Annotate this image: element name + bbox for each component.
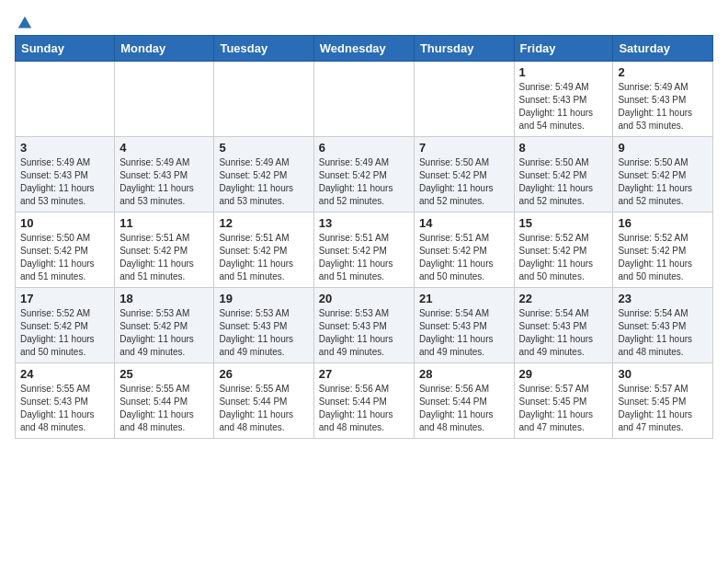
day-info: Sunrise: 5:50 AM Sunset: 5:42 PM Dayligh… xyxy=(20,232,109,283)
calendar-week-row: 24Sunrise: 5:55 AM Sunset: 5:43 PM Dayli… xyxy=(16,363,713,439)
day-info: Sunrise: 5:54 AM Sunset: 5:43 PM Dayligh… xyxy=(618,307,708,359)
day-number: 12 xyxy=(219,216,308,230)
day-number: 26 xyxy=(219,367,308,381)
calendar-cell: 16Sunrise: 5:52 AM Sunset: 5:42 PM Dayli… xyxy=(613,213,713,288)
weekday-header: Wednesday xyxy=(313,36,414,62)
day-info: Sunrise: 5:54 AM Sunset: 5:43 PM Dayligh… xyxy=(519,307,609,359)
calendar-cell: 25Sunrise: 5:55 AM Sunset: 5:44 PM Dayli… xyxy=(115,363,214,439)
calendar-week-row: 10Sunrise: 5:50 AM Sunset: 5:42 PM Dayli… xyxy=(16,213,713,288)
calendar-cell: 11Sunrise: 5:51 AM Sunset: 5:42 PM Dayli… xyxy=(115,213,214,288)
day-number: 2 xyxy=(618,65,708,79)
day-info: Sunrise: 5:53 AM Sunset: 5:42 PM Dayligh… xyxy=(119,307,209,359)
day-info: Sunrise: 5:53 AM Sunset: 5:43 PM Dayligh… xyxy=(319,307,409,359)
calendar-cell: 5Sunrise: 5:49 AM Sunset: 5:42 PM Daylig… xyxy=(214,137,313,213)
weekday-header: Sunday xyxy=(16,36,115,62)
calendar-cell: 21Sunrise: 5:54 AM Sunset: 5:43 PM Dayli… xyxy=(414,288,514,363)
day-info: Sunrise: 5:57 AM Sunset: 5:45 PM Dayligh… xyxy=(618,383,708,434)
calendar-header-row: SundayMondayTuesdayWednesdayThursdayFrid… xyxy=(16,36,713,62)
day-number: 30 xyxy=(618,367,708,381)
weekday-header: Monday xyxy=(115,36,214,62)
day-info: Sunrise: 5:49 AM Sunset: 5:43 PM Dayligh… xyxy=(618,81,708,132)
day-number: 16 xyxy=(618,216,708,230)
calendar-cell: 29Sunrise: 5:57 AM Sunset: 5:45 PM Dayli… xyxy=(514,363,613,439)
calendar-cell: 28Sunrise: 5:56 AM Sunset: 5:44 PM Dayli… xyxy=(414,363,514,439)
day-number: 28 xyxy=(419,367,509,381)
calendar-week-row: 17Sunrise: 5:52 AM Sunset: 5:42 PM Dayli… xyxy=(16,288,713,363)
day-number: 24 xyxy=(20,367,109,381)
day-number: 19 xyxy=(219,292,308,305)
day-number: 11 xyxy=(119,216,209,230)
day-number: 25 xyxy=(119,367,209,381)
calendar-cell: 26Sunrise: 5:55 AM Sunset: 5:44 PM Dayli… xyxy=(214,363,313,439)
day-number: 5 xyxy=(219,141,308,155)
calendar-cell: 12Sunrise: 5:51 AM Sunset: 5:42 PM Dayli… xyxy=(214,213,313,288)
day-info: Sunrise: 5:57 AM Sunset: 5:45 PM Dayligh… xyxy=(519,383,609,434)
day-info: Sunrise: 5:50 AM Sunset: 5:42 PM Dayligh… xyxy=(419,156,509,208)
logo-icon xyxy=(17,15,33,31)
day-number: 14 xyxy=(419,216,509,230)
day-info: Sunrise: 5:51 AM Sunset: 5:42 PM Dayligh… xyxy=(319,232,409,283)
calendar-cell: 20Sunrise: 5:53 AM Sunset: 5:43 PM Dayli… xyxy=(313,288,414,363)
calendar-cell: 22Sunrise: 5:54 AM Sunset: 5:43 PM Dayli… xyxy=(514,288,613,363)
calendar-cell xyxy=(414,62,514,137)
day-info: Sunrise: 5:54 AM Sunset: 5:43 PM Dayligh… xyxy=(419,307,509,359)
day-info: Sunrise: 5:52 AM Sunset: 5:42 PM Dayligh… xyxy=(519,232,609,283)
calendar-cell: 6Sunrise: 5:49 AM Sunset: 5:42 PM Daylig… xyxy=(313,137,414,213)
weekday-header: Friday xyxy=(514,36,613,62)
day-number: 8 xyxy=(519,141,609,155)
calendar-cell: 19Sunrise: 5:53 AM Sunset: 5:43 PM Dayli… xyxy=(214,288,313,363)
calendar-cell: 10Sunrise: 5:50 AM Sunset: 5:42 PM Dayli… xyxy=(16,213,115,288)
day-number: 13 xyxy=(319,216,409,230)
day-number: 1 xyxy=(519,65,609,79)
calendar-cell: 2Sunrise: 5:49 AM Sunset: 5:43 PM Daylig… xyxy=(613,62,713,137)
calendar-cell: 1Sunrise: 5:49 AM Sunset: 5:43 PM Daylig… xyxy=(514,62,613,137)
calendar-cell: 8Sunrise: 5:50 AM Sunset: 5:42 PM Daylig… xyxy=(514,137,613,213)
calendar-cell: 3Sunrise: 5:49 AM Sunset: 5:43 PM Daylig… xyxy=(16,137,115,213)
calendar-cell: 30Sunrise: 5:57 AM Sunset: 5:45 PM Dayli… xyxy=(613,363,713,439)
day-number: 9 xyxy=(618,141,708,155)
day-info: Sunrise: 5:51 AM Sunset: 5:42 PM Dayligh… xyxy=(419,232,509,283)
day-info: Sunrise: 5:50 AM Sunset: 5:42 PM Dayligh… xyxy=(618,156,708,208)
day-number: 15 xyxy=(519,216,609,230)
day-info: Sunrise: 5:49 AM Sunset: 5:43 PM Dayligh… xyxy=(119,156,209,208)
calendar-cell xyxy=(115,62,214,137)
day-info: Sunrise: 5:49 AM Sunset: 5:42 PM Dayligh… xyxy=(319,156,409,208)
weekday-header: Tuesday xyxy=(214,36,313,62)
day-info: Sunrise: 5:55 AM Sunset: 5:43 PM Dayligh… xyxy=(20,383,109,434)
day-info: Sunrise: 5:52 AM Sunset: 5:42 PM Dayligh… xyxy=(20,307,109,359)
weekday-header: Saturday xyxy=(613,36,713,62)
day-number: 22 xyxy=(519,292,609,305)
day-info: Sunrise: 5:56 AM Sunset: 5:44 PM Dayligh… xyxy=(419,383,509,434)
day-number: 4 xyxy=(119,141,209,155)
calendar-cell: 15Sunrise: 5:52 AM Sunset: 5:42 PM Dayli… xyxy=(514,213,613,288)
day-info: Sunrise: 5:50 AM Sunset: 5:42 PM Dayligh… xyxy=(519,156,609,208)
day-info: Sunrise: 5:49 AM Sunset: 5:43 PM Dayligh… xyxy=(519,81,609,132)
day-number: 29 xyxy=(519,367,609,381)
calendar-week-row: 1Sunrise: 5:49 AM Sunset: 5:43 PM Daylig… xyxy=(16,62,713,137)
calendar-cell xyxy=(16,62,115,137)
day-info: Sunrise: 5:52 AM Sunset: 5:42 PM Dayligh… xyxy=(618,232,708,283)
day-number: 20 xyxy=(319,292,409,305)
day-info: Sunrise: 5:53 AM Sunset: 5:43 PM Dayligh… xyxy=(219,307,308,359)
day-info: Sunrise: 5:55 AM Sunset: 5:44 PM Dayligh… xyxy=(119,383,209,434)
day-info: Sunrise: 5:56 AM Sunset: 5:44 PM Dayligh… xyxy=(319,383,409,434)
logo xyxy=(15,15,33,28)
calendar-cell: 18Sunrise: 5:53 AM Sunset: 5:42 PM Dayli… xyxy=(115,288,214,363)
day-info: Sunrise: 5:51 AM Sunset: 5:42 PM Dayligh… xyxy=(119,232,209,283)
calendar-cell: 23Sunrise: 5:54 AM Sunset: 5:43 PM Dayli… xyxy=(613,288,713,363)
calendar-cell xyxy=(313,62,414,137)
day-number: 23 xyxy=(618,292,708,305)
calendar-cell: 4Sunrise: 5:49 AM Sunset: 5:43 PM Daylig… xyxy=(115,137,214,213)
svg-marker-0 xyxy=(18,17,31,29)
page-header xyxy=(15,15,713,28)
calendar-cell: 13Sunrise: 5:51 AM Sunset: 5:42 PM Dayli… xyxy=(313,213,414,288)
weekday-header: Thursday xyxy=(414,36,514,62)
calendar-week-row: 3Sunrise: 5:49 AM Sunset: 5:43 PM Daylig… xyxy=(16,137,713,213)
day-number: 7 xyxy=(419,141,509,155)
day-info: Sunrise: 5:55 AM Sunset: 5:44 PM Dayligh… xyxy=(219,383,308,434)
calendar-cell: 7Sunrise: 5:50 AM Sunset: 5:42 PM Daylig… xyxy=(414,137,514,213)
day-number: 17 xyxy=(20,292,109,305)
day-info: Sunrise: 5:51 AM Sunset: 5:42 PM Dayligh… xyxy=(219,232,308,283)
day-info: Sunrise: 5:49 AM Sunset: 5:43 PM Dayligh… xyxy=(20,156,109,208)
calendar-cell: 14Sunrise: 5:51 AM Sunset: 5:42 PM Dayli… xyxy=(414,213,514,288)
